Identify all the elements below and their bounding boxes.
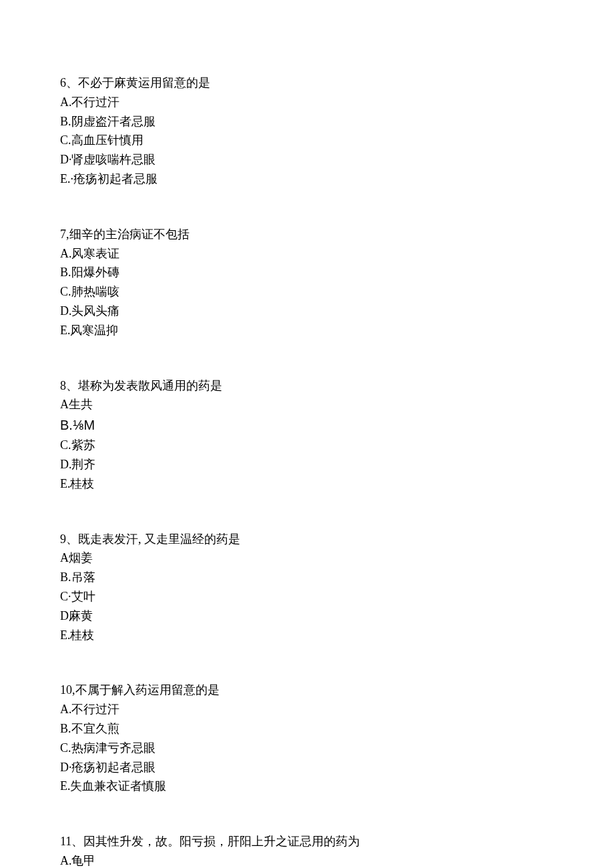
option-b: B.阴虚盗汗者忌服 xyxy=(60,112,554,131)
question-number: 6、 xyxy=(60,76,78,89)
option-e: E.风寒温抑 xyxy=(60,321,554,340)
option-c: C·艾叶 xyxy=(60,587,554,606)
question-11: 11、因其性升发，故。阳亏损，肝阳上升之证忌用的药为 A.龟甲 xyxy=(60,832,554,868)
question-stem: 9、既走表发汗, 又走里温经的药是 xyxy=(60,530,554,549)
question-number: 11、 xyxy=(60,835,83,848)
question-6: 6、不必于麻黄运用留意的是 A.不行过汗 B.阴虚盗汗者忌服 C.高血压针慎用 … xyxy=(60,73,554,189)
option-e: E.·疮疡初起者忌服 xyxy=(60,169,554,189)
question-9: 9、既走表发汗, 又走里温经的药是 A烟姜 B.吊落 C·艾叶 D麻黄 E.桂枝 xyxy=(60,530,554,645)
question-text: 堪称为发表散风通用的药是 xyxy=(78,379,222,392)
question-text: 不必于麻黄运用留意的是 xyxy=(78,76,210,89)
question-stem: 10,不属于解入药运用留意的是 xyxy=(60,681,554,700)
option-d: D·肾虚咳喘杵忌眼 xyxy=(60,150,554,169)
option-a: A生共 xyxy=(60,395,554,414)
question-number: 8、 xyxy=(60,379,78,392)
option-e: E.桂枝 xyxy=(60,626,554,645)
option-c: C.高血压针慎用 xyxy=(60,131,554,150)
question-text: 既走表发汗, 又走里温经的药是 xyxy=(78,532,240,546)
question-text: 因其性升发，故。阳亏损，肝阳上升之证忌用的药为 xyxy=(83,835,360,848)
question-number: 7, xyxy=(60,228,69,241)
option-a: A.风寒表证 xyxy=(60,244,554,264)
option-c: C.热病津亏齐忌眼 xyxy=(60,739,554,758)
option-e: E.桂枝 xyxy=(60,474,554,494)
option-d: D.头风头痛 xyxy=(60,302,554,321)
option-b: B.阳爆外磚 xyxy=(60,263,554,282)
question-number: 10, xyxy=(60,683,75,697)
question-stem: 11、因其性升发，故。阳亏损，肝阳上升之证忌用的药为 xyxy=(60,832,554,851)
option-e: E.失血兼衣证者慎服 xyxy=(60,777,554,796)
question-10: 10,不属于解入药运用留意的是 A.不行过汗 B.不宜久煎 C.热病津亏齐忌眼 … xyxy=(60,681,554,796)
question-8: 8、堪称为发表散风通用的药是 A生共 B.⅛M C.紫苏 D.荆齐 E.桂枝 xyxy=(60,376,554,494)
question-7: 7,细辛的主治病证不包括 A.风寒表证 B.阳爆外磚 C.肺热喘咳 D.头风头痛… xyxy=(60,225,554,340)
option-b: B.⅛M xyxy=(60,414,554,436)
option-a: A烟姜 xyxy=(60,548,554,568)
option-d: D麻黄 xyxy=(60,606,554,626)
option-b: B.吊落 xyxy=(60,568,554,587)
option-a: A.龟甲 xyxy=(60,851,554,868)
question-stem: 7,细辛的主治病证不包括 xyxy=(60,225,554,244)
option-b: B.不宜久煎 xyxy=(60,719,554,739)
option-a: A.不行过汗 xyxy=(60,700,554,719)
question-text: 不属于解入药运用留意的是 xyxy=(75,683,220,697)
option-c: C.肺热喘咳 xyxy=(60,282,554,302)
option-c: C.紫苏 xyxy=(60,436,554,455)
question-stem: 8、堪称为发表散风通用的药是 xyxy=(60,376,554,396)
question-text: 细辛的主治病证不包括 xyxy=(69,228,190,241)
question-number: 9、 xyxy=(60,532,78,546)
option-a: A.不行过汗 xyxy=(60,93,554,112)
option-d: D·疮疡初起者忌眼 xyxy=(60,758,554,777)
option-d: D.荆齐 xyxy=(60,455,554,474)
question-stem: 6、不必于麻黄运用留意的是 xyxy=(60,73,554,93)
